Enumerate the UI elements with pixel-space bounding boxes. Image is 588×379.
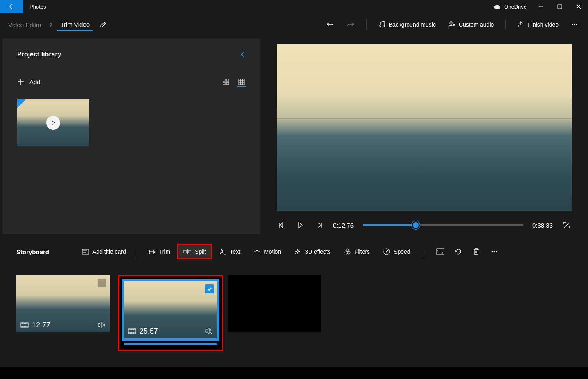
undo-button[interactable] <box>321 18 339 31</box>
maximize-icon <box>557 4 562 9</box>
chevron-left-icon <box>240 51 246 58</box>
trash-icon <box>473 248 480 255</box>
svg-rect-10 <box>223 79 225 81</box>
svg-rect-13 <box>226 82 229 85</box>
more-button[interactable] <box>566 18 583 31</box>
speed-button[interactable]: Speed <box>378 245 415 259</box>
svg-rect-1 <box>558 5 562 9</box>
storyboard-title: Storyboard <box>16 248 49 255</box>
svg-point-35 <box>256 250 258 253</box>
storyboard-clip[interactable]: 12.77 <box>16 275 110 332</box>
trim-button[interactable]: Trim <box>143 245 175 258</box>
svg-rect-25 <box>82 249 89 254</box>
ellipsis-icon <box>571 21 578 28</box>
storyboard-panel: Storyboard Add title card Trim Split Tex… <box>0 237 588 367</box>
onedrive-status[interactable]: OneDrive <box>489 4 532 10</box>
total-time-label: 0:38.33 <box>532 222 553 229</box>
back-button[interactable] <box>0 0 23 13</box>
clip-checkbox[interactable] <box>205 284 214 293</box>
clip-audio-button[interactable] <box>97 321 106 329</box>
close-button[interactable] <box>569 0 588 13</box>
finish-video-button[interactable]: Finish video <box>512 18 563 31</box>
volume-icon <box>205 327 213 335</box>
rotate-button[interactable] <box>453 247 463 257</box>
breadcrumb-current[interactable]: Trim Video <box>57 18 93 31</box>
undo-icon <box>326 20 334 29</box>
checkmark-icon <box>207 286 212 292</box>
delete-button[interactable] <box>471 247 481 257</box>
split-icon <box>183 249 191 255</box>
maximize-button[interactable] <box>550 0 569 13</box>
play-overlay-icon <box>46 116 60 130</box>
sparkle-icon <box>294 248 302 255</box>
scrubber[interactable] <box>363 221 523 229</box>
music-icon <box>378 21 385 28</box>
grid-large-view-button[interactable] <box>222 78 230 86</box>
scrubber-thumb[interactable] <box>412 221 420 229</box>
custom-audio-button[interactable]: Custom audio <box>443 18 499 31</box>
ellipsis-icon <box>491 248 498 255</box>
storyboard-more-button[interactable] <box>489 247 499 257</box>
svg-rect-33 <box>189 250 191 253</box>
play-icon <box>297 222 304 228</box>
svg-rect-11 <box>226 79 229 81</box>
svg-point-43 <box>386 251 387 253</box>
pencil-icon <box>99 21 107 28</box>
svg-rect-14 <box>239 79 240 81</box>
svg-rect-19 <box>243 81 244 83</box>
3d-effects-button[interactable]: 3D effects <box>289 245 336 259</box>
redo-button[interactable] <box>342 18 360 31</box>
svg-rect-22 <box>243 83 244 85</box>
svg-rect-18 <box>241 81 242 83</box>
clip-audio-button[interactable] <box>205 327 213 335</box>
storyboard-clip[interactable]: 25.57 <box>124 281 217 338</box>
redo-icon <box>347 20 355 29</box>
minimize-button[interactable] <box>532 0 550 13</box>
title-card-icon <box>82 249 89 255</box>
svg-point-46 <box>493 251 495 253</box>
storyboard-empty-slot[interactable] <box>228 275 321 332</box>
text-button[interactable]: Text <box>214 245 245 258</box>
rename-project-button[interactable] <box>99 21 107 28</box>
step-forward-icon <box>316 222 322 228</box>
play-button[interactable] <box>295 220 305 230</box>
filters-button[interactable]: Filters <box>339 245 375 259</box>
resize-button[interactable] <box>435 247 445 257</box>
motion-button[interactable]: Motion <box>248 245 286 259</box>
add-title-card-button[interactable]: Add title card <box>77 245 131 258</box>
current-time-label: 0:12.76 <box>333 222 354 229</box>
add-media-button[interactable]: Add <box>17 78 41 86</box>
clip-duration-label: 12.77 <box>32 321 50 329</box>
svg-point-36 <box>300 249 300 250</box>
svg-point-5 <box>572 24 573 25</box>
motion-icon <box>253 248 261 255</box>
library-clip-thumbnail[interactable] <box>17 99 89 146</box>
svg-rect-48 <box>21 323 28 327</box>
svg-point-45 <box>491 251 493 253</box>
fullscreen-button[interactable] <box>562 220 572 230</box>
grid-small-view-button[interactable] <box>237 79 246 87</box>
minimize-icon <box>538 4 543 9</box>
library-title: Project library <box>17 51 61 58</box>
fullscreen-icon <box>563 221 570 229</box>
previous-frame-button[interactable] <box>277 220 286 230</box>
split-button[interactable]: Split <box>178 245 211 258</box>
next-frame-button[interactable] <box>314 220 324 230</box>
filmstrip-icon <box>20 322 29 328</box>
svg-point-7 <box>576 24 577 25</box>
clip-checkbox[interactable] <box>97 278 106 287</box>
app-title: Photos <box>23 4 52 10</box>
filters-icon <box>344 248 351 255</box>
filmstrip-icon <box>128 328 136 334</box>
export-icon <box>517 21 525 28</box>
breadcrumb-root[interactable]: Video Editor <box>5 19 45 31</box>
volume-icon <box>97 321 106 329</box>
svg-rect-12 <box>223 82 225 85</box>
svg-rect-32 <box>184 250 186 253</box>
close-icon <box>576 4 581 9</box>
preview-video[interactable] <box>277 44 572 211</box>
svg-rect-57 <box>128 329 136 334</box>
background-music-button[interactable]: Background music <box>373 18 441 31</box>
svg-rect-20 <box>239 83 240 85</box>
collapse-library-button[interactable] <box>240 51 246 58</box>
